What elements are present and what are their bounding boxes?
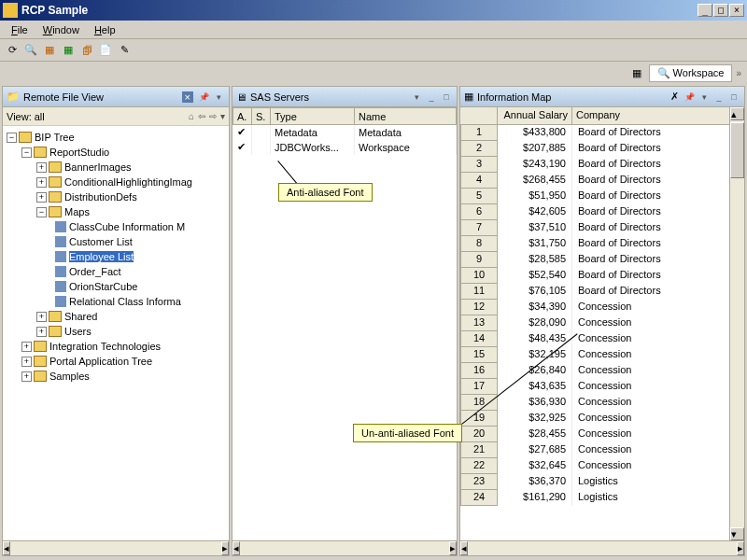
tree-item[interactable]: Portal Application Tree: [49, 356, 152, 367]
scrollbar-v[interactable]: ▴ ▾: [729, 107, 744, 540]
table-row[interactable]: 24$161,290Logistics: [460, 490, 744, 506]
tool-open-icon[interactable]: ▦: [60, 42, 77, 59]
menu-window[interactable]: Window: [35, 22, 87, 37]
scrollbar-h[interactable]: ◂▸: [3, 540, 229, 555]
pin-icon[interactable]: 📌: [683, 91, 696, 104]
tree-item[interactable]: Integration Technologies: [49, 341, 161, 352]
tool-new-icon[interactable]: ▦: [41, 42, 58, 59]
minimize-button[interactable]: _: [698, 4, 712, 17]
col-rownum[interactable]: [460, 107, 498, 124]
maximize-icon[interactable]: □: [440, 91, 453, 104]
expander-icon[interactable]: +: [21, 371, 32, 382]
expander-icon[interactable]: −: [36, 207, 47, 217]
cell-company: Board of Directors: [572, 157, 744, 173]
close-button[interactable]: ×: [729, 4, 744, 17]
table-row[interactable]: ✔MetadataMetadata: [233, 125, 457, 140]
expander-icon[interactable]: +: [36, 312, 47, 322]
expander-icon[interactable]: −: [21, 147, 32, 158]
table-row[interactable]: 1$433,800Board of Directors: [460, 125, 744, 141]
tab-overflow-icon[interactable]: »: [736, 68, 741, 78]
maximize-icon[interactable]: □: [727, 91, 740, 104]
tree-item[interactable]: Samples: [49, 371, 90, 382]
table-row[interactable]: 13$28,090Concession: [460, 315, 744, 331]
back-icon[interactable]: ⇦: [198, 111, 205, 121]
perspective-icon[interactable]: ▦: [628, 64, 645, 81]
table-row[interactable]: 21$27,685Concession: [460, 442, 744, 458]
col-s[interactable]: S.: [252, 108, 271, 125]
table-row[interactable]: 20$28,455Concession: [460, 427, 744, 442]
col-a[interactable]: A.: [233, 108, 252, 125]
tool-doc-icon[interactable]: 📄: [97, 42, 114, 59]
expander-icon[interactable]: +: [21, 357, 32, 367]
minimize-icon[interactable]: _: [425, 91, 438, 104]
table-row[interactable]: 5$51,950Board of Directors: [460, 189, 744, 204]
table-row[interactable]: 19$32,925Concession: [460, 411, 744, 427]
table-row[interactable]: 12$34,390Concession: [460, 300, 744, 315]
cell-company: Concession: [572, 427, 744, 442]
tool-edit-icon[interactable]: ✎: [116, 42, 133, 59]
cell-salary: $51,950: [498, 189, 572, 204]
tool-refresh-icon[interactable]: ⟳: [4, 42, 21, 59]
tree-employee-list[interactable]: Employee List: [69, 251, 134, 262]
expander-icon[interactable]: +: [36, 162, 47, 173]
table-row[interactable]: 16$26,840Concession: [460, 363, 744, 379]
expander-icon[interactable]: +: [21, 342, 32, 352]
tree-item[interactable]: OrionStarCube: [69, 281, 137, 292]
menu-icon[interactable]: ▾: [220, 111, 225, 121]
tree-item[interactable]: Customer List: [69, 236, 133, 247]
servers-table[interactable]: A. S. Type Name ✔MetadataMetadata ✔JDBCW…: [233, 107, 457, 155]
close-tab-icon[interactable]: ×: [182, 91, 193, 103]
tree-item[interactable]: Shared: [64, 311, 97, 322]
table-row[interactable]: 14$48,435Concession: [460, 331, 744, 347]
home-icon[interactable]: ⌂: [189, 111, 194, 121]
col-name[interactable]: Name: [355, 108, 457, 125]
table-row[interactable]: 10$52,540Board of Directors: [460, 268, 744, 284]
tree-reportstudio[interactable]: ReportStudio: [49, 147, 109, 158]
tree-item[interactable]: ClassCube Information M: [69, 221, 185, 232]
table-row[interactable]: 6$42,605Board of Directors: [460, 204, 744, 220]
scrollbar-h[interactable]: ◂▸: [460, 540, 744, 555]
expander-icon[interactable]: +: [36, 177, 47, 188]
fwd-icon[interactable]: ⇨: [209, 111, 217, 121]
tool-search-icon[interactable]: 🔍: [22, 42, 39, 59]
expander-icon[interactable]: +: [36, 192, 47, 203]
table-row[interactable]: 22$32,645Concession: [460, 458, 744, 474]
table-row[interactable]: 4$268,455Board of Directors: [460, 173, 744, 189]
chevron-down-icon[interactable]: ▾: [698, 91, 711, 104]
expander-icon[interactable]: −: [7, 133, 17, 143]
col-type[interactable]: Type: [271, 108, 355, 125]
table-row[interactable]: 23$36,370Logistics: [460, 474, 744, 490]
table-row[interactable]: 11$76,105Board of Directors: [460, 284, 744, 300]
col-salary[interactable]: Annual Salary: [498, 107, 572, 124]
menu-help[interactable]: Help: [87, 22, 123, 37]
tree-item[interactable]: Users: [64, 326, 92, 337]
table-row[interactable]: ✔JDBCWorks...Workspace: [233, 140, 457, 155]
tree-maps[interactable]: Maps: [64, 206, 90, 217]
maximize-button[interactable]: □: [713, 4, 728, 17]
table-row[interactable]: 2$207,885Board of Directors: [460, 141, 744, 157]
table-row[interactable]: 3$243,190Board of Directors: [460, 157, 744, 173]
tool-copy-icon[interactable]: 🗐: [78, 42, 95, 59]
chevron-down-icon[interactable]: ▾: [212, 91, 225, 104]
tree-item[interactable]: BannerImages: [64, 161, 132, 173]
tree-item[interactable]: DistributionDefs: [64, 191, 137, 203]
tree-item[interactable]: Relational Class Informa: [69, 296, 181, 307]
expander-icon[interactable]: +: [36, 327, 47, 337]
tab-workspace[interactable]: 🔍 Workspace: [649, 64, 733, 82]
file-tree[interactable]: −BIP Tree −ReportStudio +BannerImages +C…: [3, 126, 229, 387]
table-row[interactable]: 8$31,750Board of Directors: [460, 236, 744, 252]
tree-root[interactable]: BIP Tree: [35, 132, 75, 143]
table-row[interactable]: 18$36,930Concession: [460, 395, 744, 411]
scrollbar-h[interactable]: ◂▸: [233, 540, 457, 555]
menu-file[interactable]: FFileile: [4, 22, 35, 37]
table-row[interactable]: 15$32,195Concession: [460, 347, 744, 363]
row-number: 6: [460, 204, 498, 220]
tree-item[interactable]: ConditionalHighlightingImag: [64, 176, 192, 188]
table-row[interactable]: 9$28,585Board of Directors: [460, 252, 744, 268]
chevron-down-icon[interactable]: ▾: [410, 91, 423, 104]
col-company[interactable]: Company: [572, 107, 744, 124]
tree-item[interactable]: Order_Fact: [69, 266, 121, 277]
minimize-icon[interactable]: _: [712, 91, 726, 104]
pin-icon[interactable]: 📌: [197, 91, 210, 104]
table-row[interactable]: 7$37,510Board of Directors: [460, 220, 744, 236]
